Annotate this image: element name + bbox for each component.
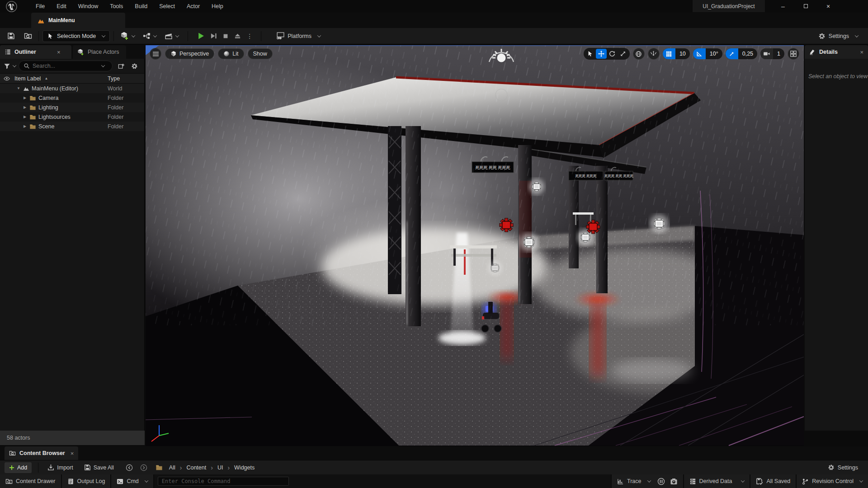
rotation-snap-icon[interactable] — [693, 48, 706, 59]
expander-icon[interactable]: ▶ — [23, 115, 27, 119]
minimize-button[interactable]: – — [774, 0, 792, 12]
close-icon[interactable]: × — [860, 49, 863, 56]
tab-place-actors[interactable]: Place Actors — [73, 45, 126, 59]
platforms-dropdown[interactable]: Platforms — [273, 30, 323, 42]
move-tool-button[interactable] — [596, 49, 607, 59]
forward-button[interactable] — [137, 462, 150, 474]
outliner-settings-gear-icon[interactable] — [131, 63, 138, 70]
browse-content-button[interactable] — [21, 30, 35, 42]
breadcrumb-ui[interactable]: UI — [215, 465, 226, 471]
trace-record-icon[interactable] — [657, 478, 665, 485]
save-all-button[interactable]: Save All — [81, 462, 117, 474]
close-icon[interactable]: × — [71, 450, 74, 457]
play-button[interactable] — [194, 30, 208, 42]
select-tool-button[interactable] — [585, 49, 596, 59]
content-browser-settings-button[interactable]: Settings — [825, 462, 861, 474]
filter-icon[interactable] — [4, 63, 10, 70]
derived-data-dropdown[interactable]: Derived Data — [684, 474, 751, 488]
content-drawer-button[interactable]: Content Drawer — [0, 474, 62, 488]
add-actor-dropdown[interactable] — [118, 30, 137, 42]
insights-icon[interactable] — [670, 478, 678, 485]
menu-tools[interactable]: Tools — [104, 0, 129, 13]
outliner-row-lighting[interactable]: ▶ Lighting Folder — [0, 103, 144, 112]
tab-mainmenu[interactable]: MainMenu — [31, 13, 125, 28]
outliner-row-camera[interactable]: ▶ Camera Folder — [0, 93, 144, 103]
rotation-snap-value[interactable]: 10° — [706, 51, 722, 57]
cinematics-dropdown[interactable] — [162, 30, 181, 42]
stop-button[interactable] — [220, 30, 231, 42]
breadcrumb-all[interactable]: All — [166, 465, 178, 471]
new-folder-icon[interactable] — [118, 63, 125, 70]
console-input[interactable] — [162, 478, 285, 484]
all-saved-button[interactable]: All Saved — [750, 474, 797, 488]
frame-skip-button[interactable] — [208, 30, 220, 42]
camera-speed-icon[interactable] — [760, 48, 773, 59]
expander-icon[interactable]: ▶ — [23, 124, 27, 128]
scale-snap-control[interactable]: 0,25 — [726, 48, 757, 59]
grid-snap-value[interactable]: 10 — [675, 51, 690, 57]
scale-tool-button[interactable] — [618, 49, 628, 59]
settings-dropdown[interactable]: Settings — [816, 30, 861, 42]
maximize-viewport-button[interactable] — [788, 48, 799, 60]
tab-outliner[interactable]: Outliner × — [0, 45, 71, 59]
viewport-options-button[interactable] — [150, 48, 161, 60]
tab-content-browser[interactable]: Content Browser × — [5, 446, 78, 460]
menu-file[interactable]: File — [30, 0, 51, 13]
scale-snap-icon[interactable] — [726, 48, 738, 59]
rotation-snap-control[interactable]: 10° — [693, 48, 722, 59]
expander-icon[interactable]: ▶ — [23, 105, 27, 109]
selection-mode-dropdown[interactable]: Selection Mode — [42, 30, 110, 42]
search-options-chevron-icon[interactable] — [101, 63, 105, 67]
expander-icon[interactable]: ▶ — [23, 96, 27, 100]
world-icon — [23, 85, 29, 92]
outliner-column-header[interactable]: Item Label ▲ Type — [0, 73, 144, 84]
menu-edit[interactable]: Edit — [51, 0, 72, 13]
outliner-search[interactable] — [19, 61, 113, 71]
search-input[interactable] — [33, 63, 96, 69]
menu-help[interactable]: Help — [206, 0, 229, 13]
breadcrumb-widgets[interactable]: Widgets — [231, 465, 257, 471]
console-command-field[interactable] — [158, 477, 289, 486]
add-button[interactable]: Add — [5, 462, 32, 473]
unreal-logo-icon[interactable] — [4, 0, 19, 12]
blueprints-dropdown[interactable] — [140, 30, 159, 42]
filter-chevron-icon[interactable] — [13, 63, 16, 67]
surface-snapping-button[interactable] — [648, 48, 660, 60]
grid-snap-control[interactable]: 10 — [663, 48, 690, 59]
menu-build[interactable]: Build — [129, 0, 153, 13]
import-button[interactable]: Import — [45, 462, 75, 474]
camera-speed-control[interactable]: 1 — [760, 48, 784, 59]
camera-speed-value[interactable]: 1 — [773, 51, 784, 57]
rotate-tool-button[interactable] — [607, 49, 618, 59]
output-log-button[interactable]: Output Log — [62, 474, 112, 488]
close-button[interactable]: × — [819, 0, 837, 12]
menu-select[interactable]: Select — [153, 0, 181, 13]
outliner-row-scene[interactable]: ▶ Scene Folder — [0, 122, 144, 131]
close-icon[interactable]: × — [57, 49, 61, 56]
play-options-button[interactable]: ⋮ — [244, 30, 255, 42]
restore-button[interactable] — [797, 0, 815, 12]
world-local-toggle[interactable] — [633, 48, 645, 60]
revision-control-dropdown[interactable]: Revision Control — [797, 474, 868, 488]
outliner-row-lightsources[interactable]: ▶ Lightsources Folder — [0, 112, 144, 122]
show-dropdown[interactable]: Show — [248, 48, 273, 59]
eject-button[interactable] — [231, 30, 244, 42]
menu-actor[interactable]: Actor — [181, 0, 206, 13]
menu-window[interactable]: Window — [72, 0, 104, 13]
trace-dropdown[interactable]: Trace — [611, 474, 684, 488]
tab-details[interactable]: Details × — [805, 45, 868, 59]
perspective-dropdown[interactable]: Perspective — [165, 48, 214, 59]
visibility-eye-icon[interactable] — [4, 75, 10, 82]
back-button[interactable] — [123, 462, 136, 474]
outliner-row-mainmenu[interactable]: ▼ MainMenu (Editor) World — [0, 84, 144, 93]
viewport[interactable]: 死死死 死死 死死死 死死死 死死死 死死死 死死 死死死 — [146, 45, 804, 446]
cursor-icon — [47, 33, 54, 39]
viewport-scene[interactable]: 死死死 死死 死死死 死死死 死死死 死死死 死死 死死死 — [146, 45, 804, 446]
scale-snap-value[interactable]: 0,25 — [738, 51, 757, 57]
breadcrumb-content[interactable]: Content — [184, 465, 209, 471]
cmd-dropdown[interactable]: Cmd — [111, 474, 154, 488]
expander-icon[interactable]: ▼ — [16, 86, 21, 90]
grid-snap-icon[interactable] — [663, 48, 675, 59]
save-button[interactable] — [5, 30, 18, 42]
lit-dropdown[interactable]: Lit — [218, 48, 244, 59]
